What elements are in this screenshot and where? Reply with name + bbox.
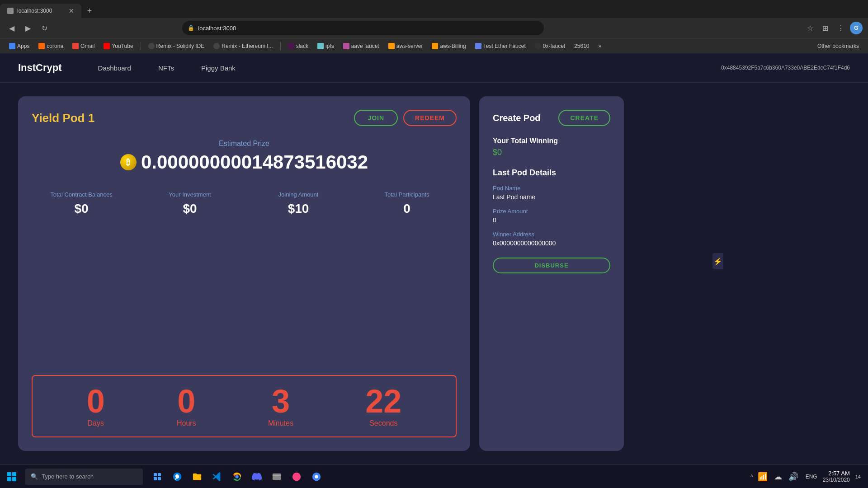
bookmark-slack[interactable]: slack (284, 42, 312, 50)
prize-amount-value: 0 (493, 216, 610, 224)
total-winning-label: Your Total Winning (493, 137, 610, 145)
stat-total-contract-value: $0 (32, 202, 131, 216)
taskbar-right: ^ 📶 ☁ 🔊 ENG 2:57 AM 23/10/2020 14 (750, 470, 868, 483)
stat-joining-label: Joining Amount (249, 191, 348, 198)
browser-toolbar: ◀ ▶ ↻ 🔒 localhost:3000 ☆ ⊞ ⋮ G (0, 18, 868, 38)
taskbar-clock[interactable]: 2:57 AM 23/10/2020 (823, 470, 850, 483)
bookmark-label: 25610 (574, 43, 589, 49)
forward-btn[interactable]: ▶ (22, 22, 34, 34)
stat-joining-value: $10 (249, 202, 348, 216)
stat-total-contract: Total Contract Balances $0 (32, 191, 131, 216)
bookmark-remix-solidity[interactable]: Remix - Solidity IDE (145, 42, 208, 50)
bookmark-corona[interactable]: corona (35, 42, 67, 50)
active-tab[interactable]: localhost:3000 ✕ (0, 4, 81, 18)
bookmark-label: Gmail (80, 43, 94, 49)
bookmark-favicon (343, 43, 349, 49)
bookmark-25610[interactable]: 25610 (571, 42, 593, 50)
bookmark-0x-faucet[interactable]: 0x-faucet (531, 42, 569, 50)
browser-tabs: localhost:3000 ✕ + (0, 0, 868, 18)
bookmark-aws[interactable]: aws-server (385, 42, 427, 50)
stat-investment: Your Investment $0 (140, 191, 240, 216)
notification-badge[interactable]: 14 (855, 474, 861, 479)
other-bookmarks-label: Other bookmarks (817, 43, 859, 49)
extensions-btn[interactable]: ⊞ (819, 22, 832, 34)
tab-close-btn[interactable]: ✕ (69, 7, 74, 14)
svg-rect-0 (154, 473, 157, 476)
bookmark-test-ether[interactable]: Test Ether Faucet (472, 42, 529, 50)
new-tab-btn[interactable]: + (83, 5, 96, 17)
pod-name-row: Pod Name Last Pod name (493, 185, 610, 201)
bookmark-youtube[interactable]: YouTube (100, 42, 137, 50)
more-bookmarks-label: » (599, 43, 602, 49)
countdown-hours-value: 0 (177, 385, 196, 418)
taskbar-apps (148, 468, 326, 486)
total-winning-value: $0 (493, 148, 610, 157)
bookmark-other[interactable]: Other bookmarks (814, 42, 863, 50)
join-button[interactable]: JOIN (354, 110, 398, 126)
bookmark-label: aave faucet (351, 43, 379, 49)
svg-rect-2 (154, 477, 157, 480)
bookmark-aws-billing[interactable]: aws-Billing (428, 42, 469, 50)
bookmark-ipfs[interactable]: ipfs (314, 42, 338, 50)
nav-dashboard[interactable]: Dashboard (98, 64, 131, 72)
clock-time: 2:57 AM (823, 470, 850, 477)
profile-btn[interactable]: G (850, 22, 863, 34)
bookmark-separator-2 (280, 42, 281, 50)
bookmarks-bar: Apps corona Gmail YouTube Remix - Solidi… (0, 38, 868, 53)
star-btn[interactable]: ☆ (804, 22, 816, 34)
back-btn[interactable]: ◀ (5, 22, 18, 34)
last-pod-details-title: Last Pod Details (493, 168, 610, 178)
bookmark-aave[interactable]: aave faucet (340, 42, 383, 50)
countdown-days: 0 Days (87, 385, 105, 427)
bookmark-more[interactable]: » (595, 42, 605, 50)
stat-joining: Joining Amount $10 (249, 191, 348, 216)
taskbar-vscode[interactable] (208, 468, 226, 486)
stat-investment-value: $0 (140, 202, 240, 216)
redeem-button[interactable]: REDEEM (403, 110, 457, 126)
start-button[interactable] (0, 465, 24, 488)
bookmark-gmail[interactable]: Gmail (69, 42, 98, 50)
taskbar-chrome-2[interactable] (307, 468, 326, 486)
bookmark-favicon (475, 43, 481, 49)
estimated-prize-label: Estimated Prize (32, 140, 457, 148)
windows-quad-blue (7, 472, 11, 476)
refresh-btn[interactable]: ↻ (38, 22, 51, 34)
svg-point-4 (235, 475, 238, 478)
taskbar-search[interactable]: 🔍 Type here to search (25, 469, 143, 485)
taskbar-explorer[interactable] (188, 468, 206, 486)
countdown-box: 0 Days 0 Hours 3 Minutes 22 Seconds (32, 375, 457, 437)
stat-participants: Total Participants 0 (357, 191, 457, 216)
bookmark-apps[interactable]: Apps (5, 42, 33, 50)
menu-btn[interactable]: ⋮ (835, 22, 847, 34)
taskbar-discord[interactable] (248, 468, 266, 486)
cloud-icon[interactable]: ☁ (774, 472, 782, 482)
app-navbar: InstCrypt Dashboard NFTs Piggy Bank 0x48… (0, 53, 868, 83)
disburse-button[interactable]: DISBURSE (493, 258, 610, 273)
taskbar-paint[interactable] (288, 468, 306, 486)
estimated-prize-section: Estimated Prize ₿ 0.00000000014873516032 (32, 140, 457, 173)
search-icon: 🔍 (31, 473, 38, 480)
countdown-days-label: Days (87, 419, 105, 427)
create-button[interactable]: CREATE (558, 110, 610, 126)
windows-quad-blue4 (12, 477, 16, 481)
bookmark-favicon (288, 43, 294, 49)
taskbar-task-view[interactable] (148, 468, 166, 486)
search-placeholder: Type here to search (42, 473, 94, 480)
address-bar[interactable]: 🔒 localhost:3000 (182, 21, 544, 35)
svg-rect-5 (273, 473, 281, 480)
nav-nfts[interactable]: NFTs (158, 64, 174, 72)
speaker-icon[interactable]: 🔊 (788, 472, 798, 482)
taskbar-edge[interactable] (168, 468, 186, 486)
nav-piggy-bank[interactable]: Piggy Bank (201, 64, 236, 72)
taskbar-file-manager[interactable] (268, 468, 286, 486)
winner-address-row: Winner Address 0x0000000000000000 (493, 231, 610, 247)
pod-name-label: Pod Name (493, 185, 610, 192)
network-icon[interactable]: 📶 (758, 472, 768, 482)
chevron-up-icon[interactable]: ^ (750, 474, 753, 480)
bookmark-favicon (9, 43, 15, 49)
lightning-bolt-icon: ⚡ (712, 253, 723, 269)
bookmark-remix-eth[interactable]: Remix - Ethereum I... (210, 42, 276, 50)
taskbar-chrome[interactable] (228, 468, 246, 486)
bookmark-favicon (388, 43, 395, 49)
yield-pod-header: Yield Pod 1 JOIN REDEEM (32, 110, 457, 126)
